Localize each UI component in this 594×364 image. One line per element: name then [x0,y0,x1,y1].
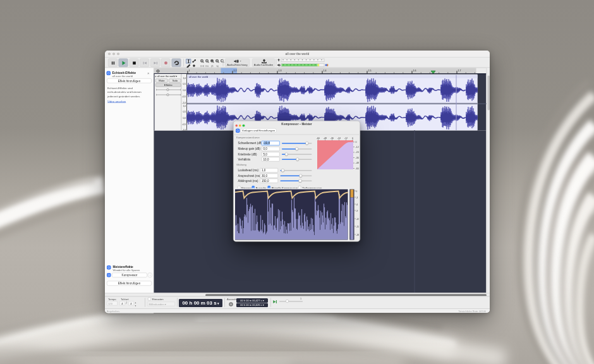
svg-text:-60: -60 [317,137,320,140]
svg-text:-48: -48 [356,162,359,164]
svg-text:-24: -24 [337,137,341,140]
svg-text:-9: -9 [356,210,358,212]
svg-text:-12: -12 [344,137,348,140]
svg-text:-12: -12 [356,146,359,149]
svg-text:-24: -24 [356,151,359,154]
svg-text:-60: -60 [356,167,359,170]
svg-text:-3: -3 [356,197,358,199]
svg-text:-6: -6 [356,203,358,206]
svg-text:0: 0 [352,137,353,140]
svg-text:-12: -12 [356,218,360,221]
svg-text:0: 0 [356,190,358,193]
svg-text:-36: -36 [330,137,334,140]
svg-text:0: 0 [356,141,357,143]
svg-text:all over the world: all over the world [189,75,208,78]
svg-text:-48: -48 [324,137,327,140]
svg-text:-36: -36 [356,157,359,159]
svg-text:-15: -15 [356,226,360,228]
svg-text:-18: -18 [356,234,360,236]
